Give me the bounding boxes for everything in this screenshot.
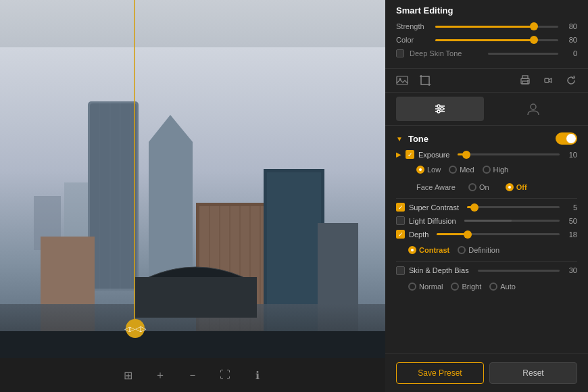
deep-skin-label: Deep Skin Tone — [410, 49, 480, 57]
med-option[interactable]: Med — [449, 166, 474, 174]
tab-adjustments[interactable] — [396, 97, 484, 121]
normal-radio[interactable] — [408, 283, 416, 291]
strength-fill — [435, 26, 534, 28]
depth-label: Depth — [409, 230, 428, 239]
image-panel: ◁▷ ⊞ ＋ － ⛶ ℹ — [0, 0, 385, 392]
tone-header: ▼ Tone — [396, 126, 577, 150]
exposure-expand-icon[interactable]: ▶ — [396, 151, 401, 158]
definition-option[interactable]: Definition — [458, 246, 499, 254]
definition-radio[interactable] — [458, 246, 466, 254]
super-contrast-value: 5 — [564, 203, 577, 212]
svg-rect-4 — [90, 103, 137, 289]
skin-depth-value: 30 — [564, 266, 577, 274]
face-on-label: On — [479, 183, 489, 191]
exposure-range-group: Low Med High — [396, 163, 577, 176]
deep-skin-value: 0 — [564, 49, 577, 57]
section-title: Smart Editing — [396, 5, 577, 16]
deep-skin-checkbox[interactable] — [396, 49, 404, 57]
auto-option[interactable]: Auto — [489, 283, 516, 291]
strength-track[interactable] — [435, 26, 558, 28]
svg-rect-30 — [522, 81, 528, 84]
super-contrast-checkbox[interactable] — [396, 203, 405, 212]
contrast-label: Contrast — [419, 246, 449, 254]
refresh-icon-btn[interactable] — [565, 74, 577, 87]
med-radio[interactable] — [449, 166, 457, 174]
color-track[interactable] — [435, 39, 558, 41]
face-off-radio[interactable] — [506, 183, 514, 191]
face-on-radio[interactable] — [468, 183, 476, 191]
exposure-checkbox[interactable] — [406, 150, 414, 159]
toggle-knob — [566, 134, 576, 143]
exposure-row: ▶ Exposure 10 — [396, 150, 577, 159]
skin-depth-label: Skin & Depth Bias — [409, 266, 470, 275]
super-contrast-label: Super Contrast — [409, 203, 459, 212]
svg-point-39 — [531, 104, 536, 109]
skin-depth-track[interactable] — [478, 270, 560, 272]
zoom-in-btn[interactable]: ＋ — [149, 364, 171, 386]
depth-track[interactable] — [437, 233, 560, 235]
tab-portrait[interactable] — [489, 97, 577, 121]
icon-toolbar — [385, 69, 588, 93]
save-preset-button[interactable]: Save Preset — [396, 362, 484, 384]
zoom-fit-btn[interactable]: ⊞ — [117, 364, 139, 386]
light-diffusion-track[interactable] — [464, 220, 560, 222]
face-off-label: Off — [516, 183, 527, 191]
nav-arrow[interactable]: ◁▷ — [126, 319, 145, 338]
auto-radio[interactable] — [489, 283, 497, 291]
bright-option[interactable]: Bright — [451, 283, 481, 291]
exposure-value: 10 — [564, 151, 577, 159]
light-diffusion-value: 50 — [564, 217, 577, 225]
depth-value: 18 — [564, 230, 577, 239]
high-option[interactable]: High — [483, 166, 509, 174]
right-panel: Smart Editing Strength 80 Color 80 Deep … — [385, 0, 588, 392]
strength-thumb[interactable] — [530, 22, 538, 30]
reset-button[interactable]: Reset — [489, 362, 577, 384]
tone-expand-icon[interactable]: ▼ — [396, 135, 403, 143]
svg-point-37 — [441, 107, 443, 110]
svg-point-36 — [437, 105, 440, 107]
zoom-out-btn[interactable]: － — [182, 364, 203, 386]
contrast-radio[interactable] — [408, 246, 416, 254]
image-icon-btn[interactable] — [396, 74, 408, 87]
deep-skin-row: Deep Skin Tone 0 — [396, 49, 577, 57]
depth-row: Depth 18 — [396, 230, 577, 239]
audio-icon-btn[interactable] — [542, 74, 554, 87]
color-thumb[interactable] — [530, 36, 538, 44]
high-radio[interactable] — [483, 166, 491, 174]
normal-option[interactable]: Normal — [408, 283, 443, 291]
super-contrast-row: Super Contrast 5 — [396, 203, 577, 212]
divider2 — [396, 261, 577, 262]
comparison-line[interactable] — [134, 0, 135, 324]
bright-radio[interactable] — [451, 283, 459, 291]
light-diffusion-checkbox[interactable] — [396, 216, 405, 225]
tone-section: ▼ Tone ▶ Exposure 10 Low Me — [385, 126, 588, 303]
tone-title: Tone — [408, 134, 556, 144]
strength-row: Strength 80 — [396, 22, 577, 30]
info-btn[interactable]: ℹ — [247, 364, 268, 386]
definition-label: Definition — [468, 246, 499, 254]
strength-value: 80 — [564, 22, 577, 30]
crop-icon-btn[interactable] — [419, 74, 431, 87]
city-image: ◁▷ — [0, 0, 385, 392]
light-diffusion-row: Light Diffusion 50 — [396, 216, 577, 225]
print-icon-btn[interactable] — [519, 74, 531, 87]
fullscreen-btn[interactable]: ⛶ — [214, 364, 236, 386]
color-row: Color 80 — [396, 36, 577, 44]
face-on-option[interactable]: On — [468, 183, 489, 191]
low-option[interactable]: Low — [416, 166, 441, 174]
tab-row — [385, 93, 588, 126]
low-radio[interactable] — [416, 166, 424, 174]
super-contrast-track[interactable] — [467, 206, 560, 208]
contrast-option[interactable]: Contrast — [408, 246, 449, 254]
svg-rect-24 — [135, 277, 257, 318]
skin-depth-checkbox[interactable] — [396, 266, 405, 275]
tone-toggle[interactable] — [556, 132, 577, 145]
bright-label: Bright — [462, 283, 481, 291]
depth-checkbox[interactable] — [396, 230, 405, 239]
deep-skin-track[interactable] — [488, 53, 558, 55]
svg-rect-25 — [0, 331, 385, 358]
auto-label: Auto — [500, 283, 516, 291]
exposure-track[interactable] — [458, 153, 560, 155]
light-diffusion-label: Light Diffusion — [409, 217, 456, 225]
face-off-option[interactable]: Off — [506, 183, 527, 191]
